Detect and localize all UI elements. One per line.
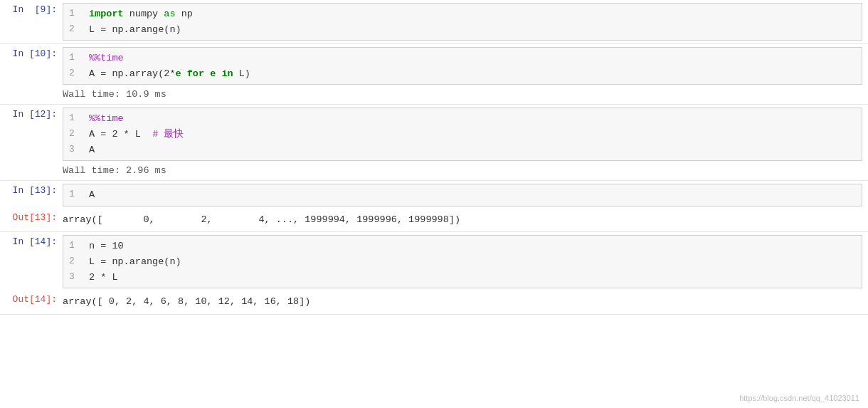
code-line: 2 A = np.array(2*e for e in L) xyxy=(69,66,856,82)
cell-12-input-row: In [12]: 1 %%time 2 A = 2 * L # 最快 3 A xyxy=(0,105,868,164)
code-content: L = np.arange(n) xyxy=(89,22,181,38)
code-content: %%time xyxy=(89,51,124,66)
code-content: L = np.arange(n) xyxy=(89,254,181,270)
code-line: 3 A xyxy=(69,142,856,158)
code-line: 3 2 * L xyxy=(69,270,856,286)
cell-9-in-label: In [9]: xyxy=(0,0,63,19)
code-content: 2 * L xyxy=(89,270,118,286)
cell-10-in-label: In [10]: xyxy=(0,44,63,63)
code-content: import numpy as np xyxy=(89,6,193,22)
cell-12-code[interactable]: 1 %%time 2 A = 2 * L # 最快 3 A xyxy=(63,108,862,161)
cell-12-in-label: In [12]: xyxy=(0,105,63,124)
notebook: In [9]: 1 import numpy as np 2 L = np.ar… xyxy=(0,0,868,408)
cell-12: In [12]: 1 %%time 2 A = 2 * L # 最快 3 A W… xyxy=(0,105,868,181)
cell-10-input-row: In [10]: 1 %%time 2 A = np.array(2*e for… xyxy=(0,44,868,88)
cell-14-in-label: In [14]: xyxy=(0,232,63,251)
line-num: 2 xyxy=(69,66,83,81)
cell-13-out-label: Out[13]: xyxy=(0,209,63,226)
cell-13-in-label: In [13]: xyxy=(0,181,63,200)
line-num: 2 xyxy=(69,127,83,142)
cell-14-output-row: Out[14]: array([ 0, 2, 4, 6, 8, 10, 12, … xyxy=(0,291,868,314)
cell-9-code[interactable]: 1 import numpy as np 2 L = np.arange(n) xyxy=(63,3,862,41)
wall-time-10: Wall time: 10.9 ms xyxy=(63,88,868,104)
line-num: 1 xyxy=(69,239,83,253)
code-content: A xyxy=(89,187,95,203)
cell-13: In [13]: 1 A Out[13]: array([ 0, 2, 4, .… xyxy=(0,181,868,232)
cell-14-input-row: In [14]: 1 n = 10 2 L = np.arange(n) 3 2… xyxy=(0,232,868,291)
line-num: 1 xyxy=(69,6,83,21)
cell-13-output-row: Out[13]: array([ 0, 2, 4, ..., 1999994, … xyxy=(0,209,868,232)
cell-10-code[interactable]: 1 %%time 2 A = np.array(2*e for e in L) xyxy=(63,47,862,85)
line-num: 3 xyxy=(69,142,83,157)
cell-9: In [9]: 1 import numpy as np 2 L = np.ar… xyxy=(0,0,868,44)
cell-14: In [14]: 1 n = 10 2 L = np.arange(n) 3 2… xyxy=(0,232,868,314)
code-content: n = 10 xyxy=(89,239,124,254)
cell-13-input-row: In [13]: 1 A xyxy=(0,181,868,209)
cell-13-output: array([ 0, 2, 4, ..., 1999994, 1999996, … xyxy=(63,209,868,232)
line-num: 2 xyxy=(69,254,83,269)
line-num: 1 xyxy=(69,51,83,66)
line-num: 2 xyxy=(69,22,83,37)
code-content: A xyxy=(89,142,95,158)
code-line: 1 import numpy as np xyxy=(69,6,856,22)
line-num: 1 xyxy=(69,187,83,202)
code-line: 1 %%time xyxy=(69,111,856,127)
cell-9-input-row: In [9]: 1 import numpy as np 2 L = np.ar… xyxy=(0,0,868,43)
code-line: 2 L = np.arange(n) xyxy=(69,22,856,38)
line-num: 1 xyxy=(69,111,83,126)
cell-14-output: array([ 0, 2, 4, 6, 8, 10, 12, 14, 16, 1… xyxy=(63,291,868,314)
cell-10: In [10]: 1 %%time 2 A = np.array(2*e for… xyxy=(0,44,868,105)
code-line: 1 A xyxy=(69,187,856,203)
cell-13-code[interactable]: 1 A xyxy=(63,184,862,206)
watermark: https://blog.csdn.net/qq_41023011 xyxy=(739,394,859,402)
code-line: 1 %%time xyxy=(69,51,856,66)
code-line: 1 n = 10 xyxy=(69,239,856,254)
code-content: %%time xyxy=(89,111,124,127)
code-line: 2 A = 2 * L # 最快 xyxy=(69,127,856,142)
code-content: A = np.array(2*e for e in L) xyxy=(89,66,250,82)
cell-14-code[interactable]: 1 n = 10 2 L = np.arange(n) 3 2 * L xyxy=(63,235,862,288)
code-line: 2 L = np.arange(n) xyxy=(69,254,856,270)
code-content: A = 2 * L # 最快 xyxy=(89,127,184,142)
wall-time-12: Wall time: 2.96 ms xyxy=(63,164,868,180)
line-num: 3 xyxy=(69,270,83,285)
cell-14-out-label: Out[14]: xyxy=(0,291,63,308)
